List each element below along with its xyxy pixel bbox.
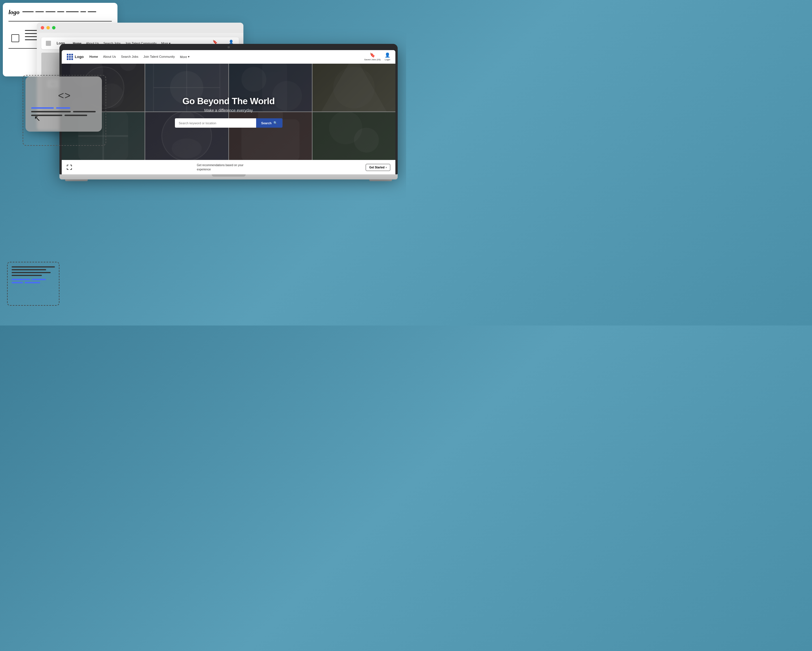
search-icon: 🔍: [273, 121, 277, 125]
laptop-foot-right: [369, 179, 392, 181]
hero-search-bar: Search 🔍: [175, 118, 282, 128]
logo-grid-icon: [67, 54, 73, 60]
bookmark-icon-laptop: 🔖: [369, 52, 375, 58]
hero-search-button[interactable]: Search 🔍: [256, 118, 282, 128]
hero-section: Go Beyond The World Make a difference ev…: [62, 64, 395, 160]
user-icon-laptop: 👤: [385, 52, 390, 58]
laptop-hinge: [212, 174, 246, 177]
laptop-screen-outer: Logo Home About Us Search Jobs Join Tale…: [60, 44, 398, 174]
laptop-container: Logo Home About Us Search Jobs Join Tale…: [60, 44, 398, 320]
laptop-saved-label: Saved Jobs (03): [364, 58, 381, 61]
laptop-nav-home[interactable]: Home: [89, 55, 98, 59]
bw-blue-bar-4: [24, 282, 40, 283]
laptop-camera: [227, 46, 230, 48]
arrow-right-icon: ›: [386, 166, 387, 169]
hero-search-button-label: Search: [261, 121, 272, 125]
laptop-logo: Logo: [67, 54, 84, 60]
get-started-label: Get Started: [369, 166, 385, 169]
hero-title: Go Beyond The World: [183, 96, 275, 106]
bookmark-icon: 🔖: [212, 40, 217, 44]
chevron-down-icon: ▾: [188, 55, 189, 59]
cursor-icon: ↖: [34, 114, 40, 123]
hero-search-input[interactable]: [175, 118, 256, 128]
bottom-wireframe-lines: [12, 266, 55, 276]
browser-close-dot[interactable]: [41, 26, 44, 29]
rec-icon: [67, 165, 72, 170]
laptop-more-label: More: [180, 55, 187, 59]
rec-text: Get recommendations based on your experi…: [197, 163, 244, 171]
laptop-foot-left: [65, 179, 88, 181]
hero-overlay: Go Beyond The World Make a difference ev…: [62, 64, 395, 160]
recommendation-bar: Get recommendations based on your experi…: [62, 160, 395, 174]
laptop-nav-more[interactable]: More ▾: [180, 55, 189, 59]
laptop-login-label: Login: [385, 58, 390, 61]
code-brackets-icon: < >: [58, 90, 69, 102]
user-icon-sm: 👤: [229, 40, 234, 44]
wireframe-logo: logo: [9, 9, 20, 16]
code-card: < > ↖: [26, 76, 102, 131]
rec-text-line2: experience: [197, 168, 211, 171]
browser-titlebar: [37, 23, 243, 33]
laptop-base: [60, 174, 398, 179]
code-bar-blue-2: [56, 107, 70, 109]
browser-minimize-dot[interactable]: [46, 26, 50, 29]
browser-maximize-dot[interactable]: [52, 26, 55, 29]
rec-text-line1: Get recommendations based on your: [197, 164, 244, 167]
laptop-nav: Logo Home About Us Search Jobs Join Tale…: [62, 50, 395, 64]
get-started-button[interactable]: Get Started ›: [366, 164, 390, 171]
hero-subtitle: Make a difference everyday: [205, 108, 253, 113]
bw-blue-bar-3: [12, 282, 23, 283]
laptop-logo-text: Logo: [75, 55, 84, 59]
code-bar-dark-4: [64, 115, 87, 116]
code-bar-blue-1: [31, 107, 54, 109]
code-bar-dark-1: [31, 111, 71, 112]
laptop-screen: Logo Home About Us Search Jobs Join Tale…: [62, 50, 395, 174]
bw-blue-bar-1: [12, 279, 30, 280]
laptop-nav-right: 🔖 Saved Jobs (03) 👤 Login: [364, 52, 390, 61]
wireframe-box: [11, 34, 19, 42]
bottom-wireframe-card: [7, 262, 60, 306]
laptop-feet: [60, 179, 398, 181]
browser-logo-icon: [46, 41, 51, 46]
laptop-nav-talent[interactable]: Join Talent Community: [143, 55, 175, 59]
code-lines: [31, 107, 96, 118]
code-bar-dark-2: [73, 111, 96, 112]
laptop-nav-links: Home About Us Search Jobs Join Talent Co…: [89, 55, 189, 59]
laptop-nav-about[interactable]: About Us: [103, 55, 116, 59]
laptop-saved-jobs[interactable]: 🔖 Saved Jobs (03): [364, 52, 381, 61]
bw-blue-bar-2: [32, 279, 46, 280]
laptop-login[interactable]: 👤 Login: [385, 52, 390, 61]
laptop-nav-jobs[interactable]: Search Jobs: [121, 55, 138, 59]
